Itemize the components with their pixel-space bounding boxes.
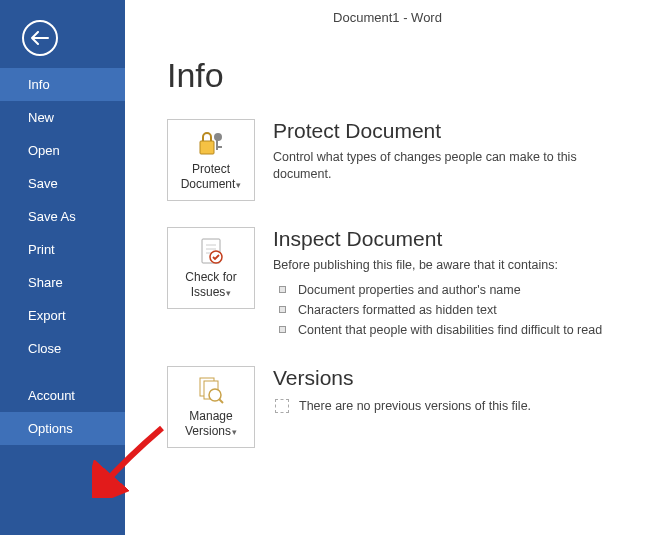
section-inspect: Check for Issues▾ Inspect Document Befor… — [167, 227, 650, 340]
tile-label-line2: Versions — [185, 424, 231, 438]
bullet-icon — [279, 286, 286, 293]
page-title: Info — [167, 56, 650, 95]
nav-new[interactable]: New — [0, 101, 125, 134]
inspect-issues-list: Document properties and author's name Ch… — [273, 280, 634, 340]
nav-open[interactable]: Open — [0, 134, 125, 167]
list-item: Document properties and author's name — [273, 280, 634, 300]
protect-document-button[interactable]: Protect Document▾ — [167, 119, 255, 201]
nav-export[interactable]: Export — [0, 299, 125, 332]
section-versions: Manage Versions▾ Versions There are no p… — [167, 366, 650, 448]
inspect-desc: Before publishing this file, be aware th… — [273, 257, 634, 274]
nav-primary: Info New Open Save Save As Print Share E… — [0, 68, 125, 445]
document-check-icon — [196, 236, 226, 266]
protect-title: Protect Document — [273, 119, 634, 143]
svg-rect-2 — [216, 140, 218, 150]
lock-key-icon — [196, 128, 226, 158]
list-item: Characters formatted as hidden text — [273, 300, 634, 320]
inspect-title: Inspect Document — [273, 227, 634, 251]
protect-desc: Control what types of changes people can… — [273, 149, 634, 183]
chevron-down-icon: ▾ — [232, 427, 237, 437]
tile-label-line2: Issues — [191, 285, 226, 299]
svg-point-1 — [214, 133, 222, 141]
chevron-down-icon: ▾ — [226, 288, 231, 298]
check-for-issues-button[interactable]: Check for Issues▾ — [167, 227, 255, 309]
nav-close[interactable]: Close — [0, 332, 125, 365]
tile-label-line2: Document — [181, 177, 236, 191]
chevron-down-icon: ▾ — [236, 180, 241, 190]
svg-line-12 — [219, 399, 223, 403]
nav-info[interactable]: Info — [0, 68, 125, 101]
svg-rect-0 — [200, 141, 214, 154]
nav-account[interactable]: Account — [0, 379, 125, 412]
back-button[interactable] — [22, 20, 58, 56]
nav-options[interactable]: Options — [0, 412, 125, 445]
bullet-text: Characters formatted as hidden text — [298, 300, 497, 320]
no-versions-icon — [275, 399, 289, 413]
tile-label-line1: Manage — [189, 409, 232, 423]
main-panel: Document1 - Word Info Protect Document▾ — [125, 0, 650, 535]
section-protect: Protect Document▾ Protect Document Contr… — [167, 119, 650, 201]
svg-rect-3 — [218, 146, 222, 148]
nav-print[interactable]: Print — [0, 233, 125, 266]
list-item: Content that people with disabilities fi… — [273, 320, 634, 340]
arrow-left-icon — [31, 31, 49, 45]
bullet-icon — [279, 306, 286, 313]
backstage-sidebar: Info New Open Save Save As Print Share E… — [0, 0, 125, 535]
window-title: Document1 - Word — [125, 0, 650, 34]
nav-share[interactable]: Share — [0, 266, 125, 299]
versions-empty: There are no previous versions of this f… — [273, 396, 634, 416]
manage-versions-button[interactable]: Manage Versions▾ — [167, 366, 255, 448]
nav-save[interactable]: Save — [0, 167, 125, 200]
bullet-icon — [279, 326, 286, 333]
bullet-text: Content that people with disabilities fi… — [298, 320, 602, 340]
document-versions-icon — [196, 375, 226, 405]
tile-label-line1: Protect — [192, 162, 230, 176]
nav-save-as[interactable]: Save As — [0, 200, 125, 233]
bullet-text: Document properties and author's name — [298, 280, 521, 300]
tile-label-line1: Check for — [185, 270, 236, 284]
versions-title: Versions — [273, 366, 634, 390]
versions-empty-text: There are no previous versions of this f… — [299, 396, 531, 416]
